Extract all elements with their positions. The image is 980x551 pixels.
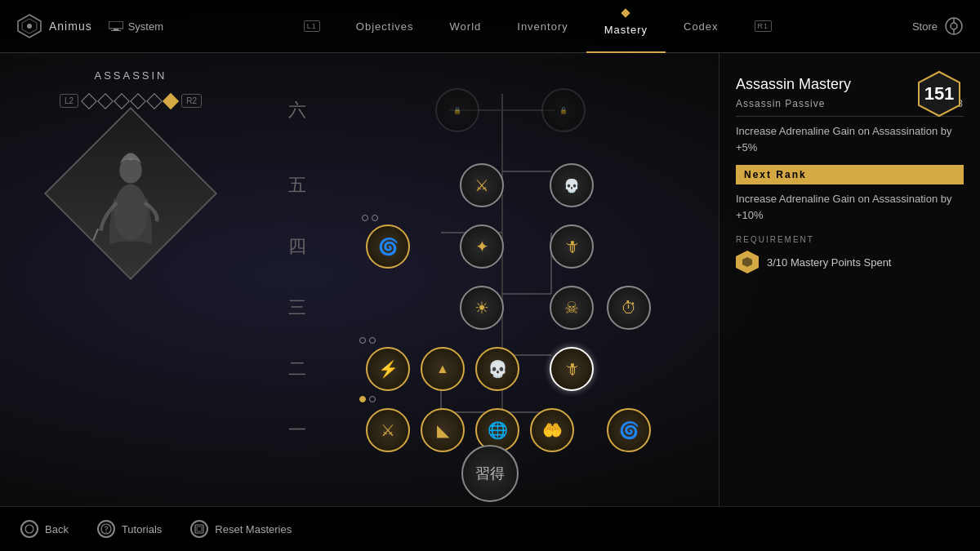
character-art [71,128,190,259]
nav-item-objectives[interactable]: Objectives [338,0,432,53]
skill-node-5-2[interactable]: 💀 [550,163,594,207]
nav-objectives-key: L1 [286,0,338,53]
skill-node-4-2[interactable]: ✦ [460,224,504,269]
skill-node-1-4[interactable]: 🤲 [530,408,574,452]
row-2-nodes: ⚡ ▲ 💀 🗡 [314,347,657,391]
svg-rect-28 [195,525,203,533]
skill-node-4-3[interactable]: 🗡 [550,224,594,269]
skill-node-5-1[interactable]: ⚔ [460,163,504,207]
svg-rect-3 [109,21,123,29]
skill-node-6-2[interactable]: 🔒 [541,88,586,132]
row-2-dots [359,337,376,344]
row-5-nodes: ⚔ 💀 [314,163,625,207]
requirement-row: 3/10 Mastery Points Spent [736,251,964,273]
back-button[interactable]: Back [20,520,69,538]
store-icon [944,16,964,36]
svg-marker-24 [742,257,752,267]
nav-item-mastery[interactable]: Mastery [586,0,666,53]
row-3-nodes: ☀ ☠ ⏱ [314,286,625,330]
skill-row-5: 五 ⚔ 💀 [274,163,625,207]
row-1-dots [359,396,376,402]
skill-node-2-2[interactable]: ▲ [421,347,465,391]
current-description: Increase Adrenaline Gain on Assassinatio… [736,123,964,155]
right-panel: 151 Assassin Mastery Assassin Passive 1/… [719,53,980,506]
system-nav[interactable]: System [109,20,163,33]
tutorials-button[interactable]: Tutorials [97,520,162,538]
skill-node-3-3[interactable]: ⏱ [607,286,651,330]
main-content: ASSASSIN L2 R2 [0,53,980,506]
requirement-icon [736,251,759,273]
nav-item-world[interactable]: World [432,0,500,53]
svg-rect-5 [111,30,121,31]
skill-row-2: 二 ⚡ ▲ 💀 [274,347,657,391]
nav-item-codex[interactable]: Codex [666,0,737,53]
rank-dot-1 [81,93,97,109]
skill-tree-container: 六 🔒 🔒 五 ⚔ [261,53,719,506]
skill-node-2-3[interactable]: 💀 [475,347,519,391]
base-node[interactable]: 習得 [461,445,519,502]
mastery-points-badge: 151 [915,69,964,118]
bottom-bar: Back Tutorials Reset Masteries [0,506,980,551]
passive-label: Assassin Passive [736,98,825,109]
store-button[interactable]: Store [912,16,964,36]
requirement-text: 3/10 Mastery Points Spent [767,256,891,269]
row-label-4: 四 [274,234,314,259]
left-panel: ASSASSIN L2 R2 [0,53,261,506]
rank-dot-6 [163,93,179,109]
rank-dot-4 [130,93,146,109]
skill-grid: 六 🔒 🔒 五 ⚔ [274,65,706,502]
skill-node-1-2[interactable]: ◣ [421,408,465,452]
character-diamond [44,107,217,280]
row-label-2: 二 [274,357,314,381]
nav-right-section: Store [912,16,964,36]
animus-brand[interactable]: Animus [16,13,92,39]
nav-left-section: Animus System [16,13,163,39]
nav-item-inventory[interactable]: Inventory [499,0,586,53]
reset-masteries-button[interactable]: Reset Masteries [190,520,292,538]
svg-point-7 [951,23,957,29]
row-label-3: 三 [274,295,314,320]
animus-label: Animus [49,20,92,33]
rank-dots: L2 R2 [60,94,202,108]
l2-trigger[interactable]: L2 [60,94,78,108]
skill-row-6: 六 🔒 🔒 [274,98,314,122]
row-4-dots [362,215,378,221]
req-hex-icon [742,256,753,268]
small-dot-1 [362,215,368,221]
svg-rect-4 [114,29,118,30]
animus-icon [16,13,42,39]
circle-icon [24,524,34,534]
requirement-label: REQUIREMENT [736,235,964,244]
svg-point-2 [27,24,32,29]
character-card [57,120,204,267]
small-dot-2 [372,215,378,221]
skill-node-4-1[interactable]: 🌀 [366,224,410,269]
skill-node-3-2[interactable]: ☠ [550,286,594,330]
skill-row-4: 四 🌀 ✦ 🗡 [274,224,625,269]
skill-node-2-4[interactable]: 🗡 [550,347,594,391]
row-4-nodes: 🌀 ✦ 🗡 [314,224,625,269]
reset-icon [190,520,208,538]
skill-node-6-1[interactable]: 🔒 [435,88,479,132]
row-label-6: 六 [274,98,314,122]
rank-dot-3 [114,93,130,109]
top-navigation: Animus System L1 Objectives World Invent… [0,0,980,53]
small-dot-6 [369,396,376,402]
skill-row-3: 三 ☀ ☠ ⏱ [274,286,625,330]
skill-node-1-5[interactable]: 🌀 [607,408,651,452]
small-dot-4 [369,337,376,344]
system-icon [109,21,123,31]
hexagon: 151 [915,69,964,118]
row-label-1: 一 [274,418,314,442]
svg-point-25 [25,525,33,533]
skill-node-2-1[interactable]: ⚡ [366,347,410,391]
svg-point-27 [105,531,107,533]
r2-trigger[interactable]: R2 [181,94,202,108]
nav-center-section: L1 Objectives World Inventory Mastery Co… [163,0,912,53]
character-title: ASSASSIN [94,69,167,82]
skill-node-3-1[interactable]: ☀ [460,286,504,330]
system-label: System [128,20,163,33]
base-node-container: 習得 [461,445,519,502]
skill-node-1-1[interactable]: ⚔ [366,408,410,452]
nav-codex-key: R1 [737,0,791,53]
